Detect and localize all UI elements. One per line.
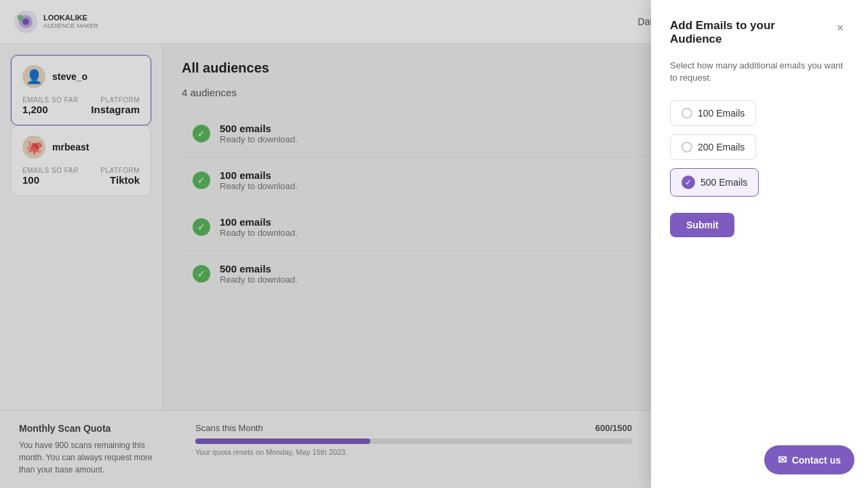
email-option-500-emails[interactable]: ✓500 Emails: [670, 168, 759, 197]
contact-us-button[interactable]: ✉ Contact us: [764, 445, 854, 474]
radio-circle: [682, 142, 692, 152]
radio-circle: [682, 108, 692, 119]
email-option-label: 100 Emails: [698, 108, 745, 119]
modal-description: Select how many additional emails you wa…: [670, 60, 849, 84]
email-option-100-emails[interactable]: 100 Emails: [670, 100, 756, 126]
email-option-200-emails[interactable]: 200 Emails: [670, 134, 756, 160]
message-icon: ✉: [778, 453, 787, 466]
modal-header: Add Emails to your Audience ×: [670, 19, 849, 46]
contact-us-label: Contact us: [792, 455, 841, 466]
modal-close-button[interactable]: ×: [831, 19, 849, 37]
modal-title: Add Emails to your Audience: [670, 19, 831, 46]
radio-check-icon: ✓: [682, 176, 695, 189]
submit-button[interactable]: Submit: [670, 213, 734, 237]
email-options: 100 Emails200 Emails✓500 Emails: [670, 100, 849, 197]
modal-panel: Add Emails to your Audience × Select how…: [651, 0, 868, 488]
email-option-label: 200 Emails: [698, 142, 745, 152]
email-option-label: 500 Emails: [701, 177, 747, 188]
modal-overlay: [0, 0, 651, 488]
